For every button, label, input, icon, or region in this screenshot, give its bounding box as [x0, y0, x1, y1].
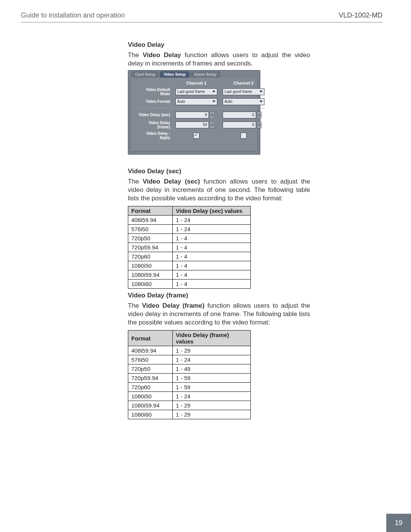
- select-default-mode-ch1[interactable]: Last good frame: [175, 88, 217, 95]
- input-delay-sec-ch2[interactable]: 0: [223, 112, 256, 118]
- row-label-default-mode: Video Default Mode: [135, 88, 170, 96]
- cell-values: 1 - 24: [173, 225, 251, 234]
- table-row: 408i59.941 - 24: [128, 216, 251, 225]
- cell-values: 1 - 29: [173, 401, 251, 410]
- cell-format: 408i59.94: [128, 346, 173, 355]
- cell-format: 1080i60: [128, 280, 173, 289]
- spin-up-icon[interactable]: ▲: [210, 121, 214, 125]
- spin-up-icon[interactable]: ▲: [257, 112, 261, 115]
- cell-format: 720p59.94: [128, 243, 173, 252]
- chevron-down-icon: [260, 91, 263, 93]
- checkbox-apply-ch2[interactable]: [241, 133, 247, 139]
- tab-alarm-setup[interactable]: Alarm Setup: [190, 71, 220, 78]
- input-delay-sec-ch1[interactable]: 8: [175, 112, 209, 118]
- table-row: 720p501 - 49: [128, 364, 251, 374]
- text-bold: Video Delay (sec): [143, 178, 200, 185]
- table-row: 576i501 - 24: [128, 225, 251, 234]
- doc-header-title: Guide to installation and operation: [21, 11, 125, 19]
- row-label-delay-apply: Video Delay - Apply: [135, 131, 170, 140]
- select-value: Auto: [225, 99, 233, 104]
- table-row: 408i59.941 - 29: [128, 346, 251, 355]
- table-row: 576i501 - 24: [128, 355, 251, 364]
- tab-bar: Card Setup Video Setup Alarm Setup: [128, 70, 260, 78]
- spin-down-icon[interactable]: ▼: [210, 115, 214, 118]
- section-heading-delay-sec: Video Delay (sec): [128, 168, 310, 175]
- text: The: [128, 302, 142, 309]
- cell-format: 720p59.94: [128, 374, 173, 383]
- input-delay-frame-ch1[interactable]: 59: [175, 121, 209, 128]
- cell-values: 1 - 24: [173, 355, 251, 364]
- table-row: 720p501 - 4: [128, 234, 251, 243]
- table-row: 1080i59.941 - 4: [128, 270, 251, 280]
- page-number: 19: [386, 514, 411, 532]
- spin-down-icon[interactable]: ▼: [257, 125, 261, 128]
- table-row: 1080i501 - 24: [128, 392, 251, 401]
- chevron-down-icon: [212, 91, 215, 93]
- cell-values: 1 - 24: [173, 216, 251, 225]
- checkbox-apply-ch1[interactable]: [193, 133, 199, 139]
- cell-values: 1 - 4: [173, 243, 251, 252]
- chevron-down-icon: [260, 101, 263, 102]
- section-paragraph-video-delay: The Video Delay function allows users to…: [128, 51, 310, 68]
- cell-values: 1 - 4: [173, 270, 251, 280]
- tab-video-setup[interactable]: Video Setup: [160, 71, 190, 78]
- spin-up-icon[interactable]: ▲: [257, 121, 261, 125]
- text-bold: Video Delay (frame): [142, 302, 204, 309]
- table-delay-frame: Format Video Delay (frame) values 408i59…: [128, 330, 251, 419]
- tab-body: Channel 1 Channel 2 Video Default Mode L…: [130, 78, 258, 152]
- section-paragraph-delay-sec: The Video Delay (sec) function allows us…: [128, 177, 310, 202]
- section-heading-video-delay: Video Delay: [128, 41, 310, 49]
- cell-format: 1080i59.94: [128, 270, 173, 280]
- cell-values: 1 - 4: [173, 261, 251, 270]
- cell-values: 1 - 24: [173, 392, 251, 401]
- cell-values: 1 - 59: [173, 374, 251, 383]
- cell-values: 1 - 29: [173, 346, 251, 355]
- tab-card-setup[interactable]: Card Setup: [131, 71, 159, 78]
- select-value: Auto: [177, 99, 185, 104]
- table-row: 720p601 - 4: [128, 252, 251, 261]
- table-header-values: Video Delay (frame) values: [173, 331, 251, 346]
- panel-separator: [135, 108, 264, 109]
- cell-values: 1 - 29: [173, 410, 251, 419]
- cell-values: 1 - 4: [173, 234, 251, 243]
- table-header-format: Format: [128, 331, 173, 346]
- table-row: 1080i501 - 4: [128, 261, 251, 270]
- cell-format: 720p60: [128, 252, 173, 261]
- cell-values: 1 - 49: [173, 364, 251, 374]
- table-row: 1080i59.941 - 29: [128, 401, 251, 410]
- section-paragraph-delay-frame: The Video Delay (frame) function allows …: [128, 302, 310, 326]
- cell-format: 1080i50: [128, 392, 173, 401]
- row-label-video-format: Video Format: [135, 99, 170, 104]
- table-delay-sec: Format Video Delay (sec) values 408i59.9…: [128, 206, 251, 289]
- select-format-ch2[interactable]: Auto: [223, 98, 264, 105]
- cell-format: 408i59.94: [128, 216, 173, 225]
- input-delay-frame-ch2[interactable]: 0: [223, 121, 256, 128]
- cell-format: 1080i50: [128, 261, 173, 270]
- table-row: 720p601 - 59: [128, 383, 251, 392]
- select-default-mode-ch2[interactable]: Last good frame: [223, 88, 264, 95]
- select-format-ch1[interactable]: Auto: [175, 98, 217, 105]
- row-label-delay-sec: Video Delay (sec): [135, 113, 170, 117]
- text: The: [128, 51, 143, 59]
- spin-down-icon[interactable]: ▼: [257, 115, 261, 118]
- chevron-down-icon: [212, 101, 215, 102]
- spin-up-icon[interactable]: ▲: [210, 112, 214, 115]
- text-bold: Video Delay: [143, 51, 181, 59]
- select-value: Last good frame: [177, 89, 205, 94]
- cell-format: 576i50: [128, 355, 173, 364]
- table-header-values: Video Delay (sec) values: [173, 206, 251, 216]
- select-value: Last good frame: [225, 89, 252, 94]
- row-label-delay-frame: Video Delay (frame): [135, 121, 170, 129]
- cell-format: 720p60: [128, 383, 173, 392]
- spin-down-icon[interactable]: ▼: [210, 125, 214, 128]
- cell-values: 1 - 4: [173, 252, 251, 261]
- header-rule: [21, 22, 382, 22]
- cell-values: 1 - 4: [173, 280, 251, 289]
- table-row: 720p59.941 - 59: [128, 374, 251, 383]
- col-header-channel-2: Channel 2: [223, 81, 264, 85]
- section-heading-delay-frame: Video Delay (frame): [128, 292, 310, 299]
- cell-format: 720p50: [128, 364, 173, 374]
- cell-format: 1080i59.94: [128, 401, 173, 410]
- cell-values: 1 - 59: [173, 383, 251, 392]
- video-setup-panel: Card Setup Video Setup Alarm Setup Chann…: [128, 70, 260, 155]
